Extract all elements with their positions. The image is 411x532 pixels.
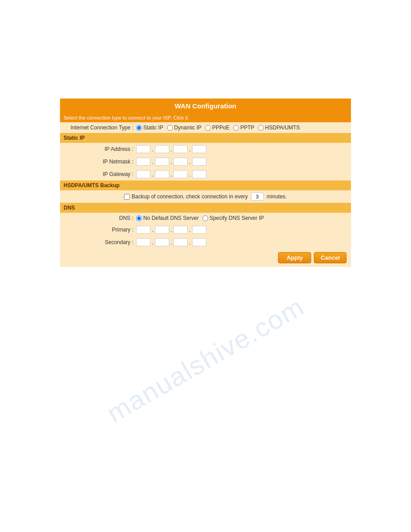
ip-netmask-label: IP Netmask : xyxy=(64,159,136,165)
gateway-sep-2: . xyxy=(170,171,173,178)
radio-hsdpa[interactable]: HSDPA/UMTS xyxy=(258,124,300,131)
gateway-sep-3: . xyxy=(188,171,191,178)
secondary-sep-1: . xyxy=(151,239,154,246)
primary-dns-octet4[interactable] xyxy=(192,226,206,234)
radio-hsdpa-input[interactable] xyxy=(258,125,264,131)
apply-button[interactable]: Apply xyxy=(278,252,311,263)
ip-netmask-inputs: . . . xyxy=(136,158,206,166)
radio-pptp-input[interactable] xyxy=(233,125,239,131)
secondary-sep-2: . xyxy=(170,239,173,246)
ip-address-label: IP Address : xyxy=(64,146,136,152)
ip-netmask-octet2[interactable] xyxy=(155,158,169,166)
primary-dns-octet1[interactable] xyxy=(136,226,150,234)
secondary-dns-octet3[interactable] xyxy=(173,238,188,246)
static-ip-header: Static IP xyxy=(60,133,351,143)
wan-config-form: WAN Configuration Select the connection … xyxy=(60,99,351,267)
form-title: WAN Configuration xyxy=(60,99,351,113)
dns-options-row: DNS : No Default DNS Server Specify DNS … xyxy=(60,213,351,223)
radio-pppoe-label: PPPoE xyxy=(212,124,230,131)
ip-gateway-octet4[interactable] xyxy=(192,170,206,178)
ip-address-octet4[interactable] xyxy=(192,145,206,153)
dns-header: DNS xyxy=(60,203,351,213)
ip-gateway-octet1[interactable] xyxy=(136,170,150,178)
primary-sep-1: . xyxy=(151,227,154,233)
radio-pptp[interactable]: PPTP xyxy=(233,124,254,131)
ip-address-octet1[interactable] xyxy=(136,145,150,153)
radio-hsdpa-label: HSDPA/UMTS xyxy=(265,124,300,131)
primary-sep-3: . xyxy=(188,227,191,233)
backup-minutes-input[interactable] xyxy=(251,193,264,201)
backup-row: Backup of connection, check connection i… xyxy=(60,190,351,203)
watermark: manualshive.com xyxy=(102,291,310,429)
ip-address-octet3[interactable] xyxy=(173,145,188,153)
netmask-sep-3: . xyxy=(188,159,191,165)
radio-static-ip[interactable]: Static IP xyxy=(136,124,163,131)
backup-text-after: minutes. xyxy=(267,193,287,200)
ip-address-octet2[interactable] xyxy=(155,145,169,153)
connection-type-row: Internet Connection Type : Static IP Dyn… xyxy=(60,122,351,133)
netmask-sep-2: . xyxy=(170,159,173,165)
ip-gateway-row: IP Gateway : . . . xyxy=(60,168,351,180)
secondary-dns-row: Secondary : . . . xyxy=(60,236,351,249)
ip-gateway-label: IP Gateway : xyxy=(64,171,136,177)
primary-dns-octet2[interactable] xyxy=(155,226,169,234)
radio-pppoe-input[interactable] xyxy=(205,125,211,131)
radio-no-default-dns-input[interactable] xyxy=(136,215,142,221)
secondary-dns-octet2[interactable] xyxy=(155,238,169,246)
radio-pptp-label: PPTP xyxy=(240,124,254,131)
ip-gateway-octet2[interactable] xyxy=(155,170,169,178)
secondary-dns-octet1[interactable] xyxy=(136,238,150,246)
primary-dns-row: Primary : . . . xyxy=(60,223,351,236)
netmask-sep-1: . xyxy=(151,159,154,165)
ip-sep-2: . xyxy=(170,146,173,153)
radio-static-ip-label: Static IP xyxy=(143,124,163,131)
radio-dynamic-ip-label: Dynamic IP xyxy=(174,124,201,131)
button-row: Apply Cancel xyxy=(60,249,351,267)
ip-gateway-octet3[interactable] xyxy=(173,170,188,178)
secondary-dns-octet4[interactable] xyxy=(192,238,206,246)
dns-radio-group: No Default DNS Server Specify DNS Server… xyxy=(136,215,264,221)
primary-dns-label: Primary : xyxy=(64,227,136,233)
form-subtitle: Select the connection type to connect to… xyxy=(60,113,351,122)
hsdpa-header: HSDPA/UMTS Backup xyxy=(60,180,351,190)
primary-dns-octet3[interactable] xyxy=(173,226,188,234)
ip-sep-3: . xyxy=(188,146,191,153)
radio-specify-dns[interactable]: Specify DNS Server IP xyxy=(202,215,264,221)
connection-type-options: Static IP Dynamic IP PPPoE PPTP HSDPA/UM… xyxy=(136,124,300,131)
backup-checkbox[interactable] xyxy=(124,194,130,200)
radio-no-default-dns-label: No Default DNS Server xyxy=(143,215,199,221)
ip-netmask-row: IP Netmask : . . . xyxy=(60,155,351,168)
ip-netmask-octet1[interactable] xyxy=(136,158,150,166)
ip-netmask-octet4[interactable] xyxy=(192,158,206,166)
radio-no-default-dns[interactable]: No Default DNS Server xyxy=(136,215,199,221)
radio-dynamic-ip[interactable]: Dynamic IP xyxy=(167,124,201,131)
ip-address-inputs: . . . xyxy=(136,145,206,153)
primary-sep-2: . xyxy=(170,227,173,233)
secondary-dns-label: Secondary : xyxy=(64,239,136,245)
radio-specify-dns-label: Specify DNS Server IP xyxy=(210,215,264,221)
radio-dynamic-ip-input[interactable] xyxy=(167,125,173,131)
connection-type-label: Internet Connection Type : xyxy=(64,124,136,131)
ip-gateway-inputs: . . . xyxy=(136,170,206,178)
radio-static-ip-input[interactable] xyxy=(136,125,142,131)
ip-address-row: IP Address : . . . xyxy=(60,143,351,155)
secondary-sep-3: . xyxy=(188,239,191,246)
radio-pppoe[interactable]: PPPoE xyxy=(205,124,230,131)
primary-dns-inputs: . . . xyxy=(136,226,206,234)
dns-label: DNS : xyxy=(64,215,136,221)
radio-specify-dns-input[interactable] xyxy=(202,215,208,221)
secondary-dns-inputs: . . . xyxy=(136,238,206,246)
ip-netmask-octet3[interactable] xyxy=(173,158,188,166)
cancel-button[interactable]: Cancel xyxy=(314,252,347,263)
gateway-sep-1: . xyxy=(151,171,154,178)
ip-sep-1: . xyxy=(151,146,154,153)
backup-text-before: Backup of connection, check connection i… xyxy=(132,193,248,200)
